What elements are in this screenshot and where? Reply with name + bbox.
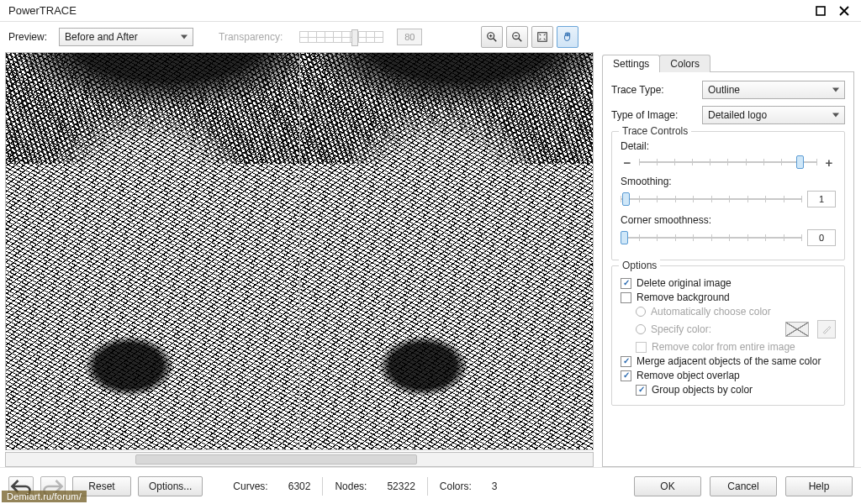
maximize-button[interactable] [809,3,832,18]
fit-button[interactable] [531,26,553,48]
auto-color-label: Automatically choose color [651,306,771,318]
remove-entire-label: Remove color from entire image [652,341,795,353]
detail-minus-icon[interactable]: − [621,155,634,169]
colors-label: Colors: [440,480,472,492]
ok-button[interactable]: OK [634,476,701,496]
preview-after [299,53,594,449]
remove-overlap-checkbox[interactable] [621,370,631,381]
eyedropper-button [817,320,836,339]
auto-color-radio [636,307,646,317]
specify-color-row: Specify color: [636,320,836,339]
delete-original-row[interactable]: Delete original image [621,277,836,289]
smoothing-slider[interactable] [621,192,802,206]
corner-value[interactable]: 0 [807,229,836,246]
svg-rect-3 [538,33,547,42]
specify-color-swatch [785,322,809,337]
titlebar: PowerTRACE [0,0,861,22]
options-group: Options Delete original image Remove bac… [611,265,845,406]
top-toolbar: Preview: Before and After Transparency: … [0,22,861,52]
transparency-value: 80 [397,29,422,45]
tabs: Settings Colors [602,52,854,72]
smoothing-label: Smoothing: [621,176,836,187]
group-by-color-row[interactable]: Group objects by color [636,384,836,396]
trace-controls-label: Trace Controls [619,125,691,137]
scrollbar-thumb[interactable] [135,454,417,465]
close-button[interactable] [832,3,856,18]
group-by-color-checkbox[interactable] [636,385,647,396]
preview-before [6,53,299,449]
type-of-image-label: Type of Image: [611,109,695,121]
type-of-image-select[interactable]: Detailed logo [702,106,845,124]
watermark: Demiart.ru/forum/ [2,491,87,502]
detail-plus-icon[interactable]: + [822,155,836,169]
curves-value: 6302 [288,480,311,492]
merge-adjacent-checkbox[interactable] [621,356,631,367]
smoothing-thumb[interactable] [622,192,630,206]
corner-thumb[interactable] [621,231,628,244]
right-panel: Settings Colors Trace Type: Outline Type… [599,52,861,467]
options-button[interactable]: Options... [138,476,203,496]
pan-button[interactable] [557,26,578,48]
remove-overlap-label: Remove object overlap [637,370,740,381]
auto-color-row: Automatically choose color [636,306,836,318]
preview-area [0,52,599,467]
curves-label: Curves: [233,480,267,492]
corner-slider[interactable] [621,231,802,244]
delete-original-label: Delete original image [637,277,732,289]
preview-label: Preview: [8,31,47,43]
nodes-label: Nodes: [335,480,367,492]
transparency-label: Transparency: [219,31,283,43]
merge-adjacent-row[interactable]: Merge adjacent objects of the same color [621,355,836,367]
detail-thumb[interactable] [796,155,804,169]
tab-settings[interactable]: Settings [602,55,660,72]
preview-mode-value: Before and After [65,31,138,43]
transparency-slider[interactable] [299,31,383,43]
detail-slider[interactable] [639,155,817,169]
cancel-button[interactable]: Cancel [710,476,777,496]
zoom-in-button[interactable] [481,26,503,48]
specify-color-label: Specify color: [651,323,711,335]
stats: Curves:6302 Nodes:52322 Colors:3 [221,477,509,496]
trace-type-label: Trace Type: [611,84,695,96]
remove-entire-row: Remove color from entire image [636,341,836,353]
remove-background-row[interactable]: Remove background [621,291,836,303]
settings-panel: Trace Type: Outline Type of Image: Detai… [602,71,854,467]
preview-scrollbar-horizontal[interactable] [5,452,594,467]
merge-adjacent-label: Merge adjacent objects of the same color [637,355,821,367]
footer: Reset Options... Curves:6302 Nodes:52322… [0,467,861,504]
detail-label: Detail: [621,140,836,152]
trace-type-select[interactable]: Outline [702,81,845,99]
group-by-color-label: Group objects by color [652,384,753,396]
view-tools [481,26,578,48]
specify-color-radio [636,324,646,334]
remove-entire-checkbox [636,342,647,353]
main-row: Settings Colors Trace Type: Outline Type… [0,52,861,467]
remove-background-checkbox[interactable] [621,292,631,303]
window-title: PowerTRACE [8,4,809,17]
zoom-out-button[interactable] [506,26,528,48]
delete-original-checkbox[interactable] [621,278,631,289]
transparency-thumb[interactable] [351,29,358,46]
colors-value: 3 [492,480,498,492]
remove-overlap-row[interactable]: Remove object overlap [621,370,836,381]
preview-canvas[interactable] [5,52,594,450]
corner-label: Corner smoothness: [621,214,836,226]
remove-background-label: Remove background [637,291,730,303]
tab-colors[interactable]: Colors [659,55,710,72]
options-label: Options [619,260,660,271]
smoothing-value[interactable]: 1 [807,191,836,207]
nodes-value: 52322 [387,480,415,492]
svg-rect-0 [816,7,825,15]
help-button[interactable]: Help [785,476,853,496]
preview-mode-select[interactable]: Before and After [59,28,193,46]
trace-controls-group: Trace Controls Detail: − + Smoothing: [611,131,845,260]
